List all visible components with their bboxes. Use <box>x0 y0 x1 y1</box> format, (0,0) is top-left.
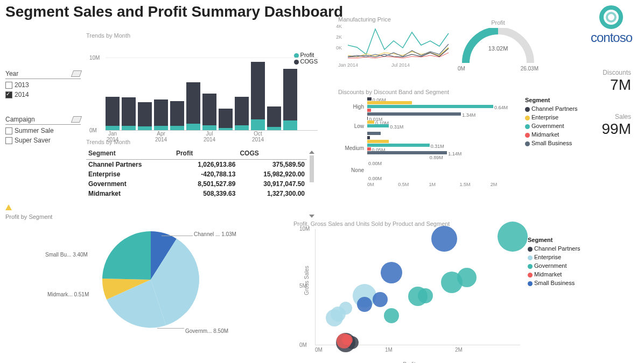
bar[interactable] <box>235 97 249 130</box>
table-row[interactable]: Government8,501,527.8930,917,047.50 <box>86 179 307 189</box>
scatter-point[interactable] <box>498 222 528 252</box>
scrollbar[interactable] <box>309 151 314 199</box>
chart-manufacturing-price[interactable]: Manufacturing Price 4K2K0K Jan 2014Jul 2… <box>338 16 443 68</box>
checkbox-icon[interactable] <box>5 82 12 89</box>
slicer-campaign-label: Campaign <box>5 116 35 123</box>
scatter-point[interactable] <box>342 334 353 345</box>
bar[interactable] <box>138 102 152 130</box>
table-segment-profit-cogs[interactable]: Trends by Month Segment Profit COGS Chan… <box>86 139 307 198</box>
scatter-point[interactable] <box>418 288 433 303</box>
bar[interactable] <box>202 94 216 130</box>
eraser-icon[interactable] <box>71 70 82 77</box>
scroll-up-icon[interactable] <box>309 151 314 154</box>
bar[interactable] <box>186 82 200 130</box>
chart-discounts-by-band[interactable]: Discounts by Discount Band and Segment H… <box>338 89 521 187</box>
pie-label: Small Bu... 3.40M <box>45 252 88 258</box>
scroll-down-icon[interactable] <box>309 215 314 218</box>
pie-label: Governm... 8.50M <box>185 328 228 334</box>
bar[interactable] <box>219 109 233 130</box>
legend-item[interactable]: Enterprise <box>525 114 578 120</box>
kpi-sales[interactable]: Sales 99M <box>602 113 631 138</box>
disc-row[interactable]: High0.06M0.64M1.34M <box>338 97 521 116</box>
legend-item[interactable]: Small Business <box>528 280 580 286</box>
scatter-point[interactable] <box>457 268 477 287</box>
col-cogs[interactable]: COGS <box>237 147 307 160</box>
scatter-point[interactable] <box>384 308 399 323</box>
chart-scatter-profit-gross-units[interactable]: Profit, Gross Sales and Units Sold by Pr… <box>293 220 525 355</box>
checkbox-icon[interactable] <box>5 91 12 98</box>
bar[interactable] <box>283 69 297 130</box>
checkbox-icon[interactable] <box>5 137 12 144</box>
legend-item[interactable]: Channel Partners <box>528 245 580 252</box>
slicer-year-label: Year <box>5 70 18 77</box>
bar[interactable] <box>122 97 136 130</box>
bar[interactable] <box>170 101 184 130</box>
chart-title: Profit, Gross Sales and Units Sold by Pr… <box>293 220 525 227</box>
logo-text: contoso <box>591 30 632 45</box>
legend-item[interactable]: Midmarket <box>528 271 580 277</box>
chart-title: Trends by Month <box>86 32 318 39</box>
slicer-summer-sale[interactable]: Summer Sale <box>5 127 81 134</box>
brand-logo: contoso <box>591 5 632 45</box>
warning-icon <box>5 204 12 210</box>
kpi-discounts[interactable]: Discounts 7M <box>603 69 631 94</box>
bar[interactable] <box>251 62 265 130</box>
disc-row[interactable]: None0.00M0.00M <box>338 161 521 180</box>
eraser-icon[interactable] <box>71 116 82 123</box>
chart-title: Manufacturing Price <box>338 16 443 23</box>
pie-label: Midmark... 0.51M <box>47 291 89 297</box>
gauge-profit[interactable]: Profit 13.02M 0M26.03M <box>458 19 538 72</box>
legend-item[interactable]: Midmarket <box>525 131 578 138</box>
chart-profit-by-segment-pie[interactable]: Channel ... 1.03M Governm... 8.50M Midma… <box>54 226 258 355</box>
bar[interactable] <box>154 99 168 130</box>
slicer-year-2013[interactable]: 2013 <box>5 81 81 89</box>
chart-title: Trends by Month <box>86 139 307 145</box>
scatter-point[interactable] <box>431 226 457 252</box>
legend-item[interactable]: Government <box>528 262 580 269</box>
legend-item[interactable]: Channel Partners <box>525 105 578 112</box>
chart-title: Profit <box>458 19 538 26</box>
gauge-value: 13.02M <box>458 45 538 52</box>
table-row[interactable]: Midmarket508,339.631,327,300.00 <box>86 189 307 198</box>
scatter-point[interactable] <box>357 297 372 312</box>
logo-ring-icon <box>599 5 623 29</box>
slicer-campaign[interactable]: Campaign Summer Sale Super Saver <box>5 116 81 144</box>
pie-label: Channel ... 1.03M <box>194 231 236 237</box>
col-profit[interactable]: Profit <box>174 147 237 160</box>
slicer-super-saver[interactable]: Super Saver <box>5 137 81 144</box>
slicer-year[interactable]: Year 2013 2014 <box>5 70 81 98</box>
legend-item[interactable]: Enterprise <box>528 254 580 260</box>
legend-item[interactable]: Small Business <box>525 140 578 146</box>
bar[interactable] <box>267 106 281 130</box>
col-segment[interactable]: Segment <box>86 147 174 160</box>
legend-scatter: Segment Channel PartnersEnterpriseGovern… <box>528 237 580 288</box>
scroll-track[interactable] <box>310 155 314 182</box>
warning-profit-segment: Profit by Segment <box>5 204 52 220</box>
legend-item[interactable]: Government <box>525 123 578 129</box>
legend-segment: Segment Channel PartnersEnterpriseGovern… <box>525 97 578 148</box>
page-title: Segment Sales and Profit Summary Dashboa… <box>5 3 343 20</box>
slicer-year-2014[interactable]: 2014 <box>5 91 81 98</box>
checkbox-icon[interactable] <box>5 127 12 134</box>
chart-title: Discounts by Discount Band and Segment <box>338 89 521 95</box>
bar[interactable] <box>106 97 120 130</box>
disc-row[interactable]: Medium0.31M0.05M1.14M0.89M <box>338 136 521 160</box>
scatter-point[interactable] <box>339 302 352 315</box>
table-row[interactable]: Channel Partners1,026,913.86375,589.50 <box>86 160 307 170</box>
disc-row[interactable]: Low0.01M0.10M0.31M <box>338 117 521 136</box>
scatter-point[interactable] <box>373 292 388 307</box>
scatter-point[interactable] <box>381 262 402 283</box>
table-row[interactable]: Enterprise-420,788.1315,982,920.00 <box>86 169 307 179</box>
chart-trends-by-month[interactable]: Trends by Month Profit COGS 10M 0M Jan 2… <box>86 32 318 134</box>
